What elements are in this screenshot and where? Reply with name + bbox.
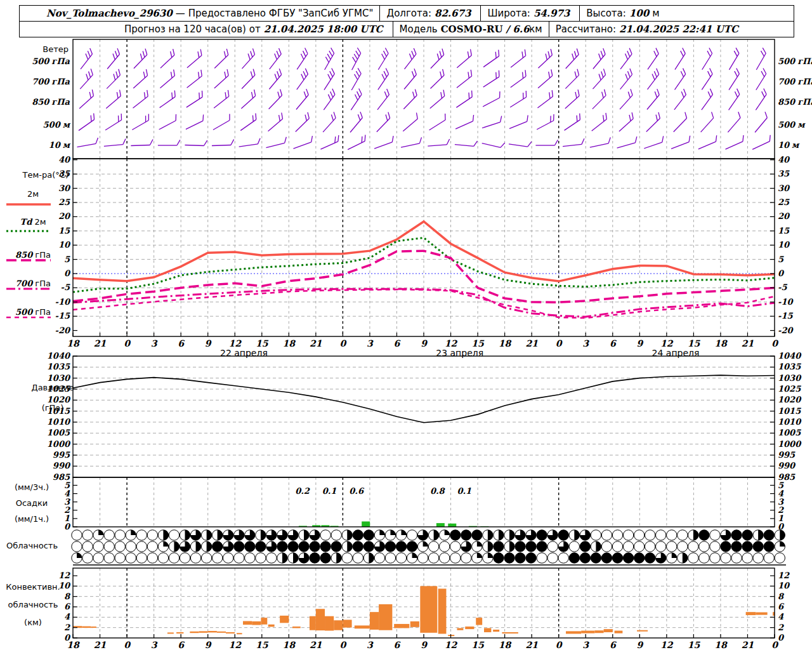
svg-text:5: 5 [64, 481, 70, 490]
meteogram-plot: 0.20.10.60.80.1-20-20-15-15-10-10-5-5005… [0, 0, 812, 650]
svg-text:1025: 1025 [778, 384, 801, 394]
conv-bar [438, 588, 447, 633]
precip-unit-3h: (мм/3ч.) [0, 482, 63, 492]
svg-text:0: 0 [124, 640, 131, 650]
svg-text:0: 0 [778, 269, 785, 278]
svg-text:15: 15 [471, 640, 485, 650]
conv-bar [261, 618, 267, 625]
svg-text:0: 0 [771, 640, 778, 650]
provider-text: Предоставлено ФГБУ "ЗапСиб УГМС" [188, 8, 374, 19]
svg-text:0: 0 [64, 522, 71, 531]
pressure-title: Давление [18, 383, 88, 392]
svg-text:-20: -20 [55, 326, 71, 335]
svg-text:12: 12 [445, 640, 458, 650]
svg-text:700гПа: 700гПа [778, 77, 812, 86]
forecast-time: 21.04.2025 18:00 UTC [264, 23, 383, 35]
model-label: Модель [400, 23, 438, 35]
svg-text:1035: 1035 [778, 362, 801, 371]
precip-bars [299, 521, 488, 527]
svg-text:15: 15 [778, 226, 790, 235]
svg-text:18: 18 [499, 640, 512, 650]
svg-text:990: 990 [778, 461, 796, 470]
svg-text:0: 0 [556, 338, 563, 348]
svg-text:23 апреля: 23 апреля [436, 348, 483, 358]
precip-bar [362, 521, 370, 527]
conv-bar [237, 633, 242, 634]
dash: — [176, 8, 185, 19]
svg-text:5: 5 [778, 255, 784, 264]
svg-text:9: 9 [205, 640, 212, 650]
precip-title: Осадки [0, 498, 63, 508]
svg-text:1: 1 [64, 514, 70, 523]
svg-text:3: 3 [151, 338, 158, 348]
svg-text:40: 40 [58, 155, 71, 164]
conv-bar [292, 627, 301, 628]
svg-text:9: 9 [636, 640, 643, 650]
svg-text:15: 15 [256, 338, 269, 348]
svg-text:1015: 1015 [778, 406, 801, 416]
svg-text:850гПа: 850гПа [32, 97, 70, 107]
conv-bar [355, 625, 370, 628]
pressure-unit: (гПа) [18, 403, 88, 413]
svg-text:6: 6 [610, 338, 617, 348]
conv-bar [465, 627, 474, 629]
conv-bar [604, 629, 613, 632]
svg-text:21: 21 [525, 338, 538, 348]
svg-text:995: 995 [778, 450, 796, 460]
longitude-value: 82.673 [435, 8, 471, 19]
conv-bar [756, 613, 767, 615]
svg-text:21: 21 [742, 338, 754, 348]
svg-text:18: 18 [714, 338, 728, 348]
separator [480, 6, 481, 21]
conv-bar [476, 618, 482, 625]
svg-text:995: 995 [53, 450, 70, 460]
legend-t700: 700 гПа [0, 279, 66, 288]
calc-time: 21.04.2025 22:41 UTC [619, 23, 738, 35]
conv-bar [243, 621, 252, 625]
svg-text:21: 21 [94, 338, 107, 348]
conv-bar [581, 631, 594, 633]
svg-text:18: 18 [714, 640, 728, 650]
conv-bar [310, 616, 316, 630]
convective-cloud-bars [73, 586, 775, 636]
conv-bar [334, 620, 343, 630]
conv-bar [379, 604, 392, 630]
conv-bar [457, 628, 463, 630]
legend-t500: 500 гПа [0, 307, 66, 317]
svg-text:12: 12 [58, 571, 70, 580]
svg-text:1000: 1000 [778, 439, 802, 449]
svg-text:3: 3 [367, 640, 374, 650]
svg-text:0: 0 [771, 338, 778, 348]
svg-text:3: 3 [367, 338, 374, 348]
svg-text:0.2: 0.2 [295, 486, 310, 496]
svg-text:35: 35 [778, 169, 790, 178]
svg-text:12: 12 [778, 571, 790, 580]
svg-text:0: 0 [340, 338, 347, 348]
meteogram-page: 0.20.10.60.80.1-20-20-15-15-10-10-5-5005… [0, 0, 812, 650]
svg-text:1030: 1030 [778, 373, 802, 383]
svg-text:20: 20 [778, 211, 790, 221]
svg-text:6: 6 [394, 338, 401, 348]
conv-bar [566, 631, 581, 633]
svg-text:1005: 1005 [778, 428, 801, 437]
svg-text:10: 10 [58, 240, 71, 249]
pressure-line [73, 375, 775, 423]
conv-bar [208, 631, 217, 632]
svg-text:0.1: 0.1 [322, 486, 337, 496]
conv-bar [325, 616, 334, 631]
conv-bar [493, 630, 499, 632]
svg-text:1035: 1035 [47, 362, 70, 371]
separator [579, 6, 580, 21]
header-row-model: Прогноз на 120 часа(ов) от 21.04.2025 18… [20, 22, 794, 37]
wind-barbs [77, 48, 770, 149]
svg-text:21: 21 [742, 640, 754, 650]
svg-text:6: 6 [178, 338, 185, 348]
svg-text:700гПа: 700гПа [32, 77, 70, 86]
svg-text:0.8: 0.8 [430, 486, 446, 496]
svg-text:-10: -10 [778, 297, 794, 307]
conv-bar [448, 635, 454, 636]
altitude-unit: м [652, 8, 659, 19]
conv-bar [167, 632, 174, 633]
svg-text:12: 12 [228, 640, 242, 650]
svg-text:0.1: 0.1 [457, 486, 471, 496]
